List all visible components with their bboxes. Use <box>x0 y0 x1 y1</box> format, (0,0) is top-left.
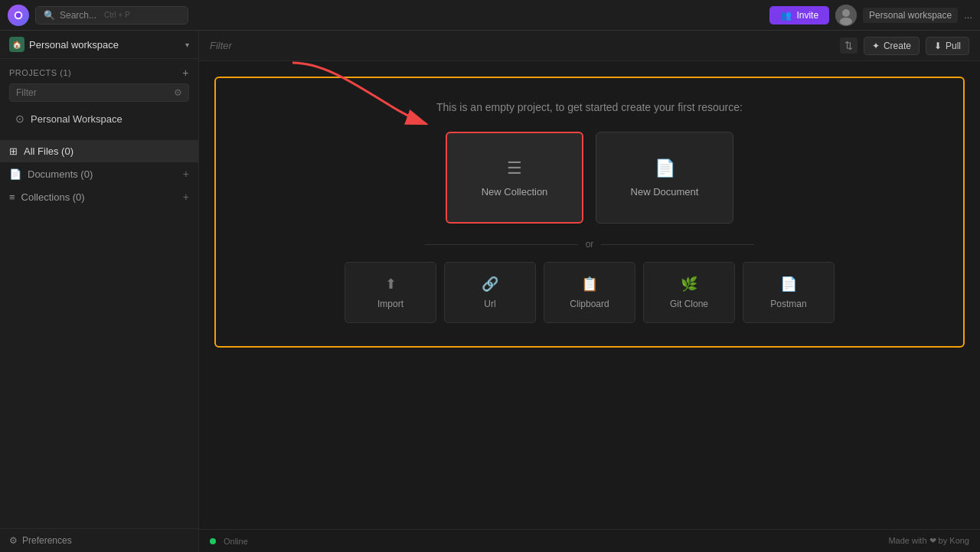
bottombar: Online Made with ❤ by Kong <box>199 529 980 552</box>
topbar: 🔍 Search... Ctrl + P 👥 Invite Personal w… <box>0 0 980 31</box>
svg-point-1 <box>16 12 21 18</box>
document-card-icon: 📄 <box>655 158 675 178</box>
sidebar-footer[interactable]: ⚙ Preferences <box>0 528 198 552</box>
nav-all-files[interactable]: ⊞ All Files (0) <box>0 140 198 162</box>
app-logo[interactable] <box>8 5 29 26</box>
grid-icon: ⊞ <box>9 145 18 157</box>
main-layout: 🏠 Personal workspace ▾ PROJECTS (1) + ⚙ … <box>0 31 980 552</box>
projects-filter-wrap: ⚙ <box>9 83 189 102</box>
sort-select[interactable]: ⇅ <box>840 38 858 54</box>
url-icon: 🔗 <box>482 276 498 292</box>
project-icon: ⊙ <box>15 113 24 125</box>
empty-state-title: This is an empty project, to get started… <box>231 101 948 113</box>
collection-icon: ≡ <box>9 191 15 203</box>
secondary-actions: ⬆ Import 🔗 Url 📋 Clipboard 🌿 Git Clone <box>231 262 948 323</box>
svg-point-3 <box>842 9 850 17</box>
bottombar-right: Made with ❤ by Kong <box>888 536 969 546</box>
new-document-card[interactable]: 📄 New Document <box>596 132 733 224</box>
projects-label: PROJECTS (1) <box>9 68 71 77</box>
preferences-icon: ⚙ <box>9 535 18 546</box>
new-collection-card[interactable]: ☰ New Collection <box>446 132 583 224</box>
search-shortcut: Ctrl + P <box>104 11 130 19</box>
workspace-name: Personal workspace <box>29 39 181 51</box>
search-placeholder: Search... <box>60 10 96 21</box>
git-clone-icon: 🌿 <box>681 276 697 292</box>
project-name: Personal Workspace <box>31 113 122 125</box>
pull-icon: ⬇ <box>934 41 942 51</box>
collection-card-icon: ☰ <box>507 158 522 178</box>
pull-button[interactable]: ⬇ Pull <box>926 37 969 55</box>
sidebar-nav: ⊞ All Files (0) 📄 Documents (0) + ≡ Coll… <box>0 140 198 528</box>
online-label: Online <box>224 537 248 546</box>
workspace-header[interactable]: 🏠 Personal workspace ▾ <box>0 31 198 59</box>
new-document-label: New Document <box>631 186 699 198</box>
pull-label: Pull <box>946 41 961 51</box>
create-icon: ✦ <box>872 41 880 51</box>
svg-point-4 <box>840 18 852 25</box>
clipboard-card[interactable]: 📋 Clipboard <box>544 262 635 323</box>
nav-documents-label: Documents (0) <box>28 168 177 180</box>
user-name: Personal workspace <box>863 8 958 23</box>
or-divider: or <box>231 239 948 250</box>
import-card[interactable]: ⬆ Import <box>345 262 436 323</box>
sidebar: 🏠 Personal workspace ▾ PROJECTS (1) + ⚙ … <box>0 31 199 552</box>
preferences-label: Preferences <box>22 535 72 546</box>
topbar-more-button[interactable]: ... <box>964 9 972 21</box>
add-collection-button[interactable]: + <box>183 191 189 203</box>
nav-collections-label: Collections (0) <box>21 191 177 203</box>
add-project-button[interactable]: + <box>182 67 189 79</box>
projects-section: PROJECTS (1) + ⚙ ⊙ Personal Workspace <box>0 59 198 134</box>
project-item[interactable]: ⊙ Personal Workspace <box>9 108 189 129</box>
import-label: Import <box>377 299 403 309</box>
search-icon: 🔍 <box>44 10 55 21</box>
import-icon: ⬆ <box>385 276 397 292</box>
clipboard-icon: 📋 <box>581 276 598 292</box>
new-collection-label: New Collection <box>482 186 548 198</box>
git-clone-card[interactable]: 🌿 Git Clone <box>643 262 735 323</box>
postman-icon: 📄 <box>780 276 797 292</box>
collection-card-wrapper: ☰ New Collection <box>446 132 583 224</box>
url-card[interactable]: 🔗 Url <box>444 262 536 323</box>
document-icon: 📄 <box>9 168 21 180</box>
git-clone-label: Git Clone <box>670 299 708 309</box>
create-button[interactable]: ✦ Create <box>864 37 920 55</box>
content-body: This is an empty project, to get started… <box>199 61 980 529</box>
filter-settings-icon[interactable]: ⚙ <box>174 87 182 98</box>
project-canvas: This is an empty project, to get started… <box>214 77 965 348</box>
invite-label: Invite <box>796 10 818 21</box>
postman-label: Postman <box>770 299 806 309</box>
postman-card[interactable]: 📄 Postman <box>743 262 835 323</box>
content-area: Filter ⇅ ✦ Create ⬇ Pull This is an empt… <box>199 31 980 552</box>
projects-header: PROJECTS (1) + <box>9 67 189 79</box>
red-arrow <box>277 61 446 139</box>
workspace-icon: 🏠 <box>9 37 24 52</box>
create-label: Create <box>884 41 911 51</box>
avatar[interactable] <box>835 5 857 26</box>
nav-documents[interactable]: 📄 Documents (0) + <box>0 162 198 185</box>
search-bar[interactable]: 🔍 Search... Ctrl + P <box>35 6 188 24</box>
invite-button[interactable]: 👥 Invite <box>769 6 829 24</box>
filter-placeholder-text: Filter <box>210 40 834 51</box>
nav-collections[interactable]: ≡ Collections (0) + <box>0 185 198 208</box>
primary-actions: ☰ New Collection 📄 New Document <box>231 132 948 224</box>
or-text: or <box>586 239 594 250</box>
content-toolbar: Filter ⇅ ✦ Create ⬇ Pull <box>199 31 980 61</box>
clipboard-label: Clipboard <box>570 299 609 309</box>
workspace-chevron-icon: ▾ <box>185 41 189 49</box>
nav-all-files-label: All Files (0) <box>24 145 189 157</box>
topbar-right: 👥 Invite Personal workspace ... <box>769 5 972 26</box>
made-with-label: Made with ❤ by Kong <box>888 536 969 546</box>
add-document-button[interactable]: + <box>183 168 189 180</box>
invite-icon: 👥 <box>780 10 792 21</box>
online-dot <box>210 538 216 544</box>
projects-filter-input[interactable] <box>16 87 174 98</box>
url-label: Url <box>484 299 495 309</box>
